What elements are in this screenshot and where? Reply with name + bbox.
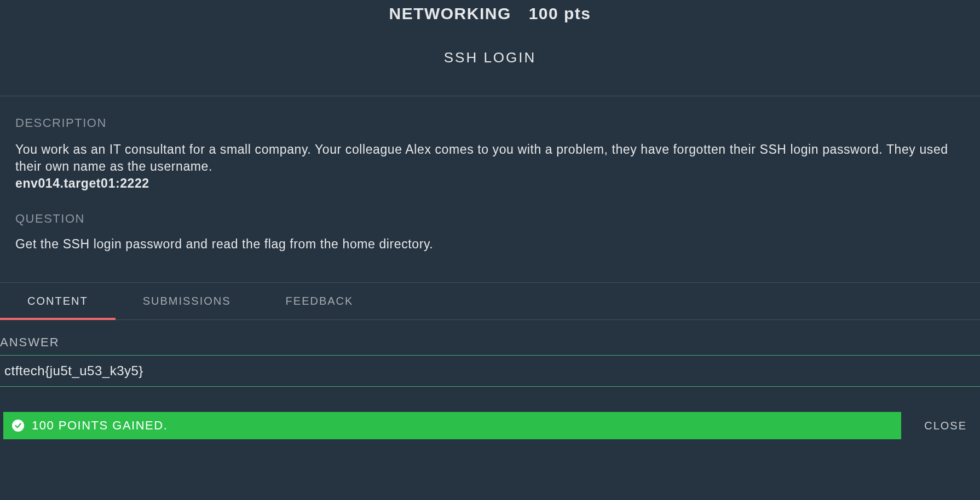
- toast-row: 100 POINTS GAINED. CLOSE: [0, 412, 980, 439]
- question-heading: QUESTION: [15, 212, 965, 226]
- tab-bar: CONTENT SUBMISSIONS FEEDBACK: [0, 282, 980, 320]
- tab-label: CONTENT: [27, 295, 88, 307]
- tab-label: FEEDBACK: [286, 295, 354, 307]
- description-body: You work as an IT consultant for a small…: [15, 142, 948, 173]
- category-line: NETWORKING 100 pts: [0, 4, 980, 23]
- description-target: env014.target01:2222: [15, 176, 149, 190]
- description-section: DESCRIPTION You work as an IT consultant…: [0, 116, 980, 252]
- close-button[interactable]: CLOSE: [914, 414, 977, 438]
- check-circle-icon: [12, 420, 24, 432]
- toast-message: 100 POINTS GAINED.: [32, 418, 168, 433]
- answer-heading: ANSWER: [0, 335, 980, 350]
- close-label: CLOSE: [924, 420, 967, 432]
- description-heading: DESCRIPTION: [15, 116, 965, 130]
- header-divider: [0, 96, 980, 96]
- tab-label: SUBMISSIONS: [143, 295, 231, 307]
- answer-section: ANSWER: [0, 320, 980, 387]
- success-toast: 100 POINTS GAINED.: [3, 412, 901, 439]
- tab-submissions[interactable]: SUBMISSIONS: [116, 283, 258, 319]
- points-label: 100 pts: [529, 4, 591, 23]
- description-text: You work as an IT consultant for a small…: [15, 141, 965, 192]
- tab-content[interactable]: CONTENT: [0, 283, 116, 319]
- challenge-header: NETWORKING 100 pts SSH LOGIN: [0, 0, 980, 83]
- challenge-title: SSH LOGIN: [0, 49, 980, 66]
- answer-input[interactable]: [0, 355, 980, 387]
- tab-feedback[interactable]: FEEDBACK: [258, 283, 381, 319]
- question-text: Get the SSH login password and read the …: [15, 237, 965, 252]
- challenge-page: NETWORKING 100 pts SSH LOGIN DESCRIPTION…: [0, 0, 980, 500]
- category-label: NETWORKING: [389, 4, 511, 23]
